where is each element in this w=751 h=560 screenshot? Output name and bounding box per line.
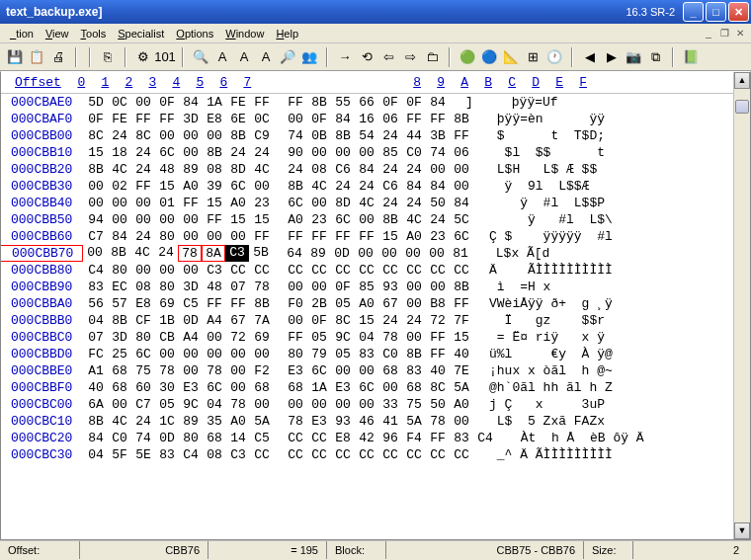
toolbar-button[interactable]: →	[336, 48, 354, 66]
hex-cell[interactable]: C4	[84, 263, 108, 278]
hex-cell[interactable]: 60	[131, 380, 155, 395]
hex-cell[interactable]: 00	[426, 162, 450, 177]
hex-cell[interactable]: CC	[250, 447, 274, 462]
hex-cell[interactable]: 8C	[426, 380, 450, 395]
hex-cell[interactable]: 7F	[450, 313, 473, 328]
hex-cell[interactable]: 08	[131, 280, 155, 294]
hex-cell[interactable]: 0C	[108, 95, 131, 110]
hex-cell[interactable]: 84	[108, 229, 131, 244]
hex-cell[interactable]: 35	[203, 414, 226, 429]
toolbar-button[interactable]: ⧉	[646, 48, 664, 66]
toolbar-button[interactable]: ⎘	[99, 48, 117, 66]
hex-cell[interactable]: 00	[284, 112, 307, 126]
minimize-button[interactable]: _	[683, 2, 704, 22]
hex-cell[interactable]: 89	[179, 414, 203, 429]
hex-cell[interactable]: 68	[203, 431, 226, 445]
hex-cell[interactable]: E3	[179, 380, 203, 395]
hex-cell[interactable]: 84	[331, 112, 355, 126]
hex-cell[interactable]: 1A	[203, 95, 226, 110]
hex-cell[interactable]: CC	[307, 447, 331, 462]
hex-cell[interactable]: 7A	[250, 313, 274, 328]
hex-cell[interactable]: 90	[284, 145, 307, 160]
hex-cell[interactable]: 25	[108, 347, 131, 361]
hex-cell[interactable]: C5	[179, 296, 203, 311]
hex-cell[interactable]: 00	[131, 263, 155, 278]
hex-cell[interactable]: 0F	[307, 112, 331, 126]
ascii-cell[interactable]: $ t T$D;	[473, 128, 613, 143]
hex-cell[interactable]: FF	[331, 229, 355, 244]
menu-window[interactable]: Window	[219, 26, 270, 41]
hex-cell[interactable]: 00	[331, 397, 355, 412]
offset-cell[interactable]: 000CBC10	[1, 414, 84, 429]
hex-cell[interactable]: 00	[355, 363, 378, 378]
hex-cell[interactable]: 05	[331, 347, 355, 361]
hex-cell[interactable]: 48	[203, 280, 226, 294]
hex-cell[interactable]: 7E	[450, 363, 473, 378]
ascii-cell[interactable]: ÿ #l L$\	[473, 212, 613, 227]
hex-cell[interactable]: CC	[331, 263, 355, 278]
hex-cell[interactable]: C5	[250, 431, 274, 445]
hex-cell[interactable]: 24	[402, 162, 426, 177]
menu-help[interactable]: Help	[270, 26, 304, 41]
hex-cell[interactable]: 68	[378, 363, 402, 378]
hex-cell[interactable]: 8B	[84, 414, 108, 429]
offset-cell[interactable]: 000CBB50	[1, 212, 84, 227]
hex-cell[interactable]: 00	[450, 162, 473, 177]
hex-cell[interactable]: E3	[331, 380, 355, 395]
hex-cell[interactable]: 00	[377, 246, 401, 261]
hex-cell[interactable]: A0	[450, 397, 473, 412]
hex-cell[interactable]: 00	[284, 280, 307, 294]
hex-cell[interactable]: 46	[355, 414, 378, 429]
hex-cell[interactable]: 24	[355, 179, 378, 194]
toolbar-button[interactable]: 🔵	[480, 48, 498, 66]
hex-cell[interactable]: 0F	[155, 95, 179, 110]
hex-cell[interactable]: 24	[378, 128, 402, 143]
hex-cell[interactable]: 4C	[108, 162, 131, 177]
hex-cell[interactable]: 5D	[84, 95, 108, 110]
hex-cell[interactable]: C3	[225, 245, 249, 262]
hex-cell[interactable]: 14	[226, 431, 250, 445]
toolbar-button[interactable]: 🔍	[192, 48, 209, 66]
hex-cell[interactable]: 00	[354, 246, 377, 261]
offset-cell[interactable]: 000CBBA0	[1, 296, 84, 311]
hex-cell[interactable]: CC	[378, 447, 402, 462]
hex-cell[interactable]: 6C	[226, 179, 250, 194]
hex-cell[interactable]: 24	[131, 229, 155, 244]
ascii-cell[interactable]: ÿ 9l L$$Æ	[473, 179, 613, 194]
hex-cell[interactable]: C0	[378, 347, 402, 361]
ascii-cell[interactable]: VWèiÅÿÿ ð+ g ¸ÿ	[473, 296, 613, 311]
hex-cell[interactable]: 44	[402, 128, 426, 143]
ascii-cell[interactable]: $l $$ t	[473, 145, 613, 160]
hex-cell[interactable]: 00	[226, 347, 250, 361]
hex-cell[interactable]: 75	[131, 363, 155, 378]
hex-cell[interactable]: 5A	[250, 414, 274, 429]
hex-cell[interactable]: C7	[84, 229, 108, 244]
hex-cell[interactable]: EC	[108, 280, 131, 294]
hex-cell[interactable]: 48	[155, 162, 179, 177]
hex-cell[interactable]: 07	[226, 280, 250, 294]
hex-cell[interactable]: 0F	[84, 112, 108, 126]
hex-cell[interactable]: 18	[108, 145, 131, 160]
offset-cell[interactable]: 000CBC20	[1, 431, 84, 445]
hex-cell[interactable]: C0	[108, 431, 131, 445]
hex-cell[interactable]: 00	[179, 263, 203, 278]
hex-cell[interactable]: 00	[426, 280, 450, 294]
hex-cell[interactable]: 00	[226, 363, 250, 378]
hex-cell[interactable]: 72	[426, 313, 450, 328]
hex-cell[interactable]: FF	[203, 212, 226, 227]
hex-cell[interactable]: 00	[355, 145, 378, 160]
hex-cell[interactable]: 57	[108, 296, 131, 311]
hex-cell[interactable]: A0	[284, 212, 307, 227]
menu-specialist[interactable]: Specialist	[112, 26, 170, 41]
hex-cell[interactable]: C3	[226, 447, 250, 462]
hex-cell[interactable]: CC	[355, 447, 378, 462]
hex-cell[interactable]: 0D	[179, 313, 203, 328]
hex-cell[interactable]: 05	[307, 330, 331, 345]
hex-cell[interactable]: 80	[155, 229, 179, 244]
hex-cell[interactable]: FF	[355, 229, 378, 244]
hex-cell[interactable]: 00	[284, 313, 307, 328]
ascii-cell[interactable]: L$H L$ Æ $$	[473, 162, 613, 177]
hex-cell[interactable]: 00	[179, 363, 203, 378]
offset-cell[interactable]: 000CBBB0	[1, 313, 84, 328]
toolbar-button[interactable]: A	[257, 48, 275, 66]
